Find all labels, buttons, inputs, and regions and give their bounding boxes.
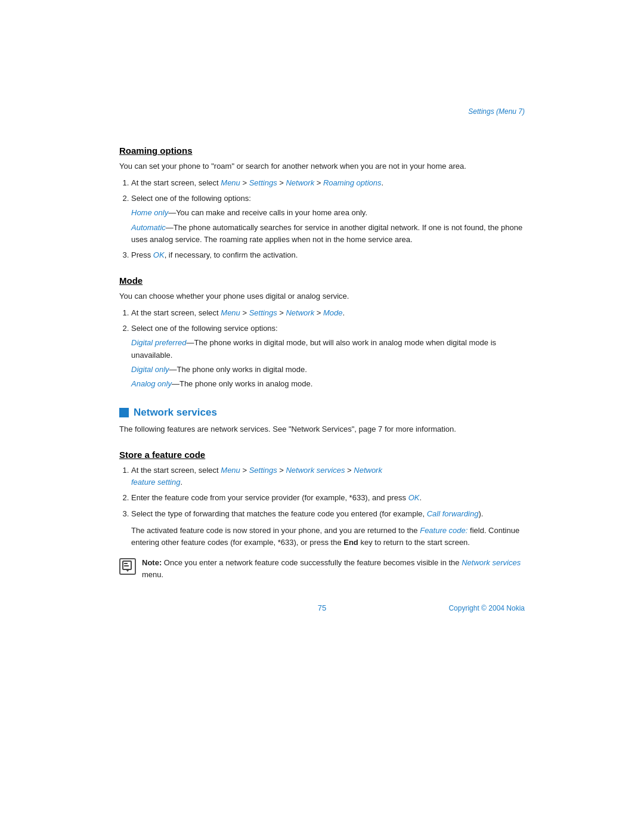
mode-options: Digital preferred—The phone works in dig… bbox=[131, 337, 525, 390]
network-services-heading: Network services bbox=[119, 407, 525, 419]
store-feature-code-heading: Store a feature code bbox=[119, 450, 525, 460]
store-step-1: At the start screen, select Menu > Setti… bbox=[131, 465, 525, 488]
note-icon-svg bbox=[121, 560, 134, 573]
roaming-options-heading: Roaming options bbox=[119, 145, 525, 156]
note-end-text: menu. bbox=[142, 570, 163, 579]
roaming-homeonly-text: Home only—You can make and receive calls… bbox=[131, 207, 525, 219]
note-content: Note: Once you enter a network feature c… bbox=[142, 557, 525, 581]
note-box: Note: Once you enter a network feature c… bbox=[119, 557, 525, 581]
mode-section: Mode You can choose whether your phone u… bbox=[119, 275, 525, 390]
roaming-step-2: Select one of the following options: Hom… bbox=[131, 193, 525, 246]
roaming-automatic-text: Automatic—The phone automatically search… bbox=[131, 222, 525, 246]
mode-analog-only: Analog only—The phone only works in anal… bbox=[131, 378, 525, 390]
mode-step-1: At the start screen, select Menu > Setti… bbox=[131, 307, 525, 319]
network-services-title: Network services bbox=[134, 407, 217, 419]
store-end-bold: End bbox=[343, 538, 358, 547]
roaming-option-homeonly: Home only—You can make and receive calls… bbox=[131, 207, 525, 245]
mode-heading: Mode bbox=[119, 275, 525, 286]
store-networkservices-link[interactable]: Network services bbox=[286, 466, 345, 475]
roaming-network-link[interactable]: Network bbox=[286, 178, 314, 187]
mode-analog-only-label: Analog only bbox=[131, 379, 172, 388]
copyright: Copyright © 2004 Nokia bbox=[448, 604, 525, 612]
mode-mode-link[interactable]: Mode bbox=[323, 308, 343, 317]
store-step-2: Enter the feature code from your service… bbox=[131, 492, 525, 504]
note-body-text: Once you enter a network feature code su… bbox=[164, 558, 462, 567]
store-menu-link[interactable]: Menu bbox=[221, 466, 240, 475]
note-network-services-link[interactable]: Network services bbox=[462, 558, 521, 567]
mode-intro: You can choose whether your phone uses d… bbox=[119, 290, 525, 302]
mode-step-2: Select one of the following service opti… bbox=[131, 323, 525, 390]
store-settings-link[interactable]: Settings bbox=[249, 466, 277, 475]
mode-menu-link[interactable]: Menu bbox=[221, 308, 240, 317]
mode-digital-preferred-label: Digital preferred bbox=[131, 338, 187, 347]
store-featurecode-link: Feature code: bbox=[420, 526, 467, 535]
blue-square-icon bbox=[119, 408, 129, 417]
content-area: Settings (Menu 7) Roaming options You ca… bbox=[119, 0, 525, 660]
store-feature-code-section: Store a feature code At the start screen… bbox=[119, 450, 525, 581]
store-body1: The activated feature code is now stored… bbox=[131, 525, 525, 549]
network-services-section: Network services The following features … bbox=[119, 407, 525, 435]
mode-steps: At the start screen, select Menu > Setti… bbox=[131, 307, 525, 390]
page-footer: 75 Copyright © 2004 Nokia bbox=[119, 599, 525, 612]
store-feature-steps: At the start screen, select Menu > Setti… bbox=[131, 465, 525, 549]
roaming-settings-link[interactable]: Settings bbox=[249, 178, 277, 187]
page: Settings (Menu 7) Roaming options You ca… bbox=[0, 0, 644, 833]
roaming-options-section: Roaming options You can set your phone t… bbox=[119, 145, 525, 261]
settings-menu-text: Settings (Menu 7) bbox=[468, 107, 525, 116]
roaming-roamingoptions-link[interactable]: Roaming options bbox=[323, 178, 382, 187]
roaming-menu-link[interactable]: Menu bbox=[221, 178, 240, 187]
roaming-step-1: At the start screen, select Menu > Setti… bbox=[131, 177, 525, 189]
roaming-ok-link: OK bbox=[153, 250, 165, 259]
svg-rect-1 bbox=[124, 563, 128, 564]
store-ok-link: OK bbox=[408, 493, 420, 502]
roaming-homeonly-label: Home only bbox=[131, 208, 168, 217]
note-label: Note: bbox=[142, 558, 162, 567]
mode-digital-only-label: Digital only bbox=[131, 365, 169, 374]
settings-menu-link[interactable]: Settings (Menu 7) bbox=[468, 107, 525, 116]
mode-digital-only: Digital only—The phone only works in dig… bbox=[131, 364, 525, 376]
roaming-automatic-label: Automatic bbox=[131, 223, 166, 232]
svg-rect-2 bbox=[124, 565, 129, 566]
roaming-options-steps: At the start screen, select Menu > Setti… bbox=[131, 177, 525, 261]
note-icon bbox=[119, 558, 136, 575]
mode-network-link[interactable]: Network bbox=[286, 308, 314, 317]
roaming-step-3: Press OK, if necessary, to confirm the a… bbox=[131, 249, 525, 261]
mode-settings-link[interactable]: Settings bbox=[249, 308, 277, 317]
store-step-3: Select the type of forwarding that match… bbox=[131, 508, 525, 549]
store-callforwarding-link: Call forwarding bbox=[427, 509, 479, 518]
network-services-intro: The following features are network servi… bbox=[119, 423, 525, 435]
roaming-options-intro: You can set your phone to "roam" or sear… bbox=[119, 160, 525, 172]
mode-digital-preferred: Digital preferred—The phone works in dig… bbox=[131, 337, 525, 361]
svg-marker-3 bbox=[126, 569, 129, 572]
